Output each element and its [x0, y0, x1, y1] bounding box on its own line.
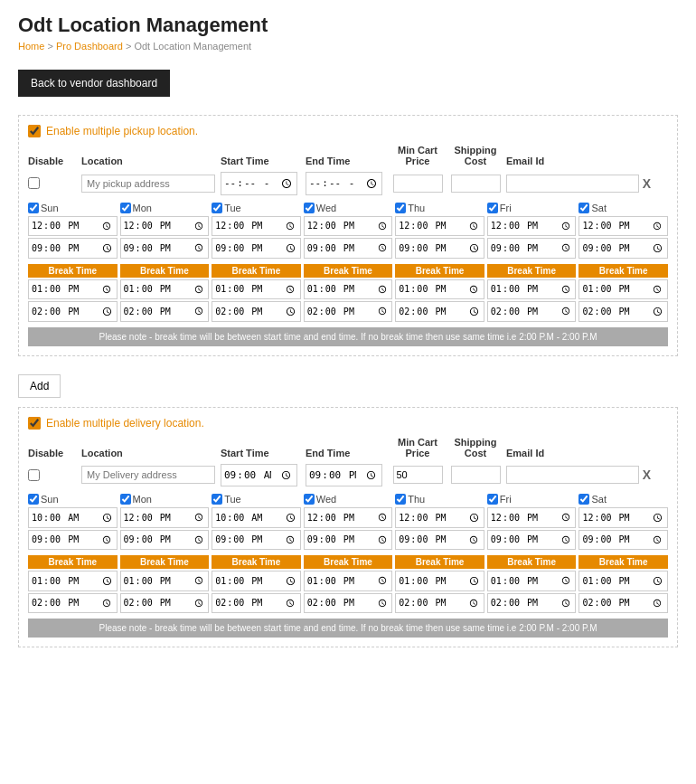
- breadcrumb-pro-dashboard[interactable]: Pro Dashboard: [56, 41, 123, 52]
- day-end-time-tue[interactable]: [212, 530, 301, 551]
- break-end-mon[interactable]: [120, 301, 210, 322]
- day-start-time-tue[interactable]: [212, 216, 301, 237]
- break-end-wed[interactable]: [304, 593, 393, 614]
- day-start-time-fri[interactable]: [487, 507, 577, 528]
- break-start-sat[interactable]: [578, 571, 668, 591]
- breadcrumb-home[interactable]: Home: [18, 41, 44, 52]
- day-end-time-wed[interactable]: [304, 238, 393, 259]
- day-end-time-mon[interactable]: [120, 238, 210, 259]
- day-end-time-sat[interactable]: [578, 530, 668, 551]
- delivery-mincart-input[interactable]: [393, 466, 443, 484]
- day-checkbox-sat[interactable]: [578, 203, 589, 213]
- day-checkbox-sun[interactable]: [28, 203, 39, 213]
- break-start-tue[interactable]: [212, 571, 301, 591]
- enable-pickup-checkbox[interactable]: [28, 125, 41, 137]
- day-checkbox-sun[interactable]: [28, 494, 39, 505]
- day-end-time-sun[interactable]: [28, 238, 118, 259]
- day-start-time-sat[interactable]: [578, 216, 668, 237]
- day-end-time-wed[interactable]: [304, 530, 393, 551]
- day-cell-fri: FriBreak Time: [487, 203, 577, 322]
- delivery-location-input[interactable]: [81, 466, 215, 484]
- day-checkbox-wed[interactable]: [304, 494, 315, 505]
- day-start-time-wed[interactable]: [304, 216, 393, 237]
- day-start-time-wed[interactable]: [304, 507, 393, 528]
- day-checkbox-sat[interactable]: [578, 494, 589, 505]
- back-to-vendor-button[interactable]: Back to vendor dashboard: [18, 70, 170, 97]
- day-label-sun: Sun: [41, 494, 59, 505]
- day-cell-mon: MonBreak Time: [120, 203, 210, 322]
- delivery-start-time-input[interactable]: [221, 464, 297, 487]
- break-end-tue[interactable]: [212, 301, 301, 322]
- pickup-start-time-input[interactable]: [221, 172, 297, 195]
- day-end-time-tue[interactable]: [212, 238, 301, 259]
- break-start-sun[interactable]: [28, 279, 118, 300]
- day-end-time-thu[interactable]: [395, 238, 484, 259]
- break-end-sat[interactable]: [578, 593, 668, 614]
- day-checkbox-wed[interactable]: [304, 203, 315, 213]
- break-start-sat[interactable]: [578, 279, 668, 300]
- enable-delivery-checkbox[interactable]: [28, 417, 41, 430]
- delivery-remove-button[interactable]: X: [643, 468, 651, 482]
- day-start-time-sun[interactable]: [28, 507, 118, 528]
- break-start-tue[interactable]: [212, 279, 301, 300]
- day-cell-thu: ThuBreak Time: [395, 494, 484, 613]
- day-end-time-sat[interactable]: [578, 238, 668, 259]
- day-start-time-thu[interactable]: [395, 216, 484, 237]
- day-end-time-fri[interactable]: [487, 238, 577, 259]
- break-start-mon[interactable]: [120, 279, 210, 300]
- day-checkbox-mon[interactable]: [120, 494, 131, 505]
- add-button[interactable]: Add: [18, 374, 61, 398]
- day-checkbox-tue[interactable]: [212, 494, 222, 505]
- day-end-time-sun[interactable]: [28, 530, 118, 551]
- day-checkbox-fri[interactable]: [487, 203, 498, 213]
- delivery-end-time-input[interactable]: [306, 464, 382, 487]
- break-start-sun[interactable]: [28, 571, 118, 591]
- day-start-time-fri[interactable]: [487, 216, 577, 237]
- break-start-fri[interactable]: [487, 571, 577, 591]
- day-cell-wed: WedBreak Time: [304, 494, 393, 613]
- break-end-wed[interactable]: [304, 301, 393, 322]
- day-start-time-tue[interactable]: [212, 507, 301, 528]
- day-end-time-mon[interactable]: [120, 530, 210, 551]
- delivery-email-input[interactable]: [506, 466, 639, 484]
- pickup-disable-checkbox[interactable]: [28, 177, 40, 189]
- break-end-tue[interactable]: [212, 593, 301, 614]
- day-start-time-sat[interactable]: [578, 507, 668, 528]
- pickup-email-input[interactable]: [506, 175, 639, 193]
- day-start-time-thu[interactable]: [395, 507, 484, 528]
- break-end-thu[interactable]: [395, 593, 484, 614]
- break-end-fri[interactable]: [487, 593, 577, 614]
- day-end-time-fri[interactable]: [487, 530, 577, 551]
- pickup-end-time-input[interactable]: [306, 172, 382, 195]
- delivery-shipping-input[interactable]: [451, 466, 501, 484]
- break-start-thu[interactable]: [395, 279, 484, 300]
- day-checkbox-tue[interactable]: [212, 203, 222, 213]
- break-end-sat[interactable]: [578, 301, 668, 322]
- break-end-thu[interactable]: [395, 301, 484, 322]
- day-start-time-mon[interactable]: [120, 216, 210, 237]
- day-end-time-thu[interactable]: [395, 530, 484, 551]
- break-start-wed[interactable]: [304, 279, 393, 300]
- pickup-location-input[interactable]: [81, 175, 215, 193]
- day-checkbox-mon[interactable]: [120, 203, 131, 213]
- day-checkbox-fri[interactable]: [487, 494, 498, 505]
- break-end-sun[interactable]: [28, 593, 118, 614]
- pickup-shipping-input[interactable]: [451, 175, 501, 193]
- break-start-wed[interactable]: [304, 571, 393, 591]
- day-label-sun: Sun: [41, 203, 59, 213]
- day-cell-mon: MonBreak Time: [120, 494, 210, 613]
- day-start-time-mon[interactable]: [120, 507, 210, 528]
- day-checkbox-thu[interactable]: [395, 203, 406, 213]
- pickup-mincart-input[interactable]: [393, 175, 443, 193]
- pickup-remove-button[interactable]: X: [643, 176, 651, 191]
- day-start-time-sun[interactable]: [28, 216, 118, 237]
- break-end-sun[interactable]: [28, 301, 118, 322]
- break-start-thu[interactable]: [395, 571, 484, 591]
- delivery-disable-checkbox[interactable]: [28, 469, 40, 481]
- break-end-fri[interactable]: [487, 301, 577, 322]
- delivery-days-grid: SunBreak TimeMonBreak TimeTueBreak TimeW…: [28, 494, 668, 613]
- day-checkbox-thu[interactable]: [395, 494, 406, 505]
- break-start-fri[interactable]: [487, 279, 577, 300]
- break-start-mon[interactable]: [120, 571, 210, 591]
- break-end-mon[interactable]: [120, 593, 210, 614]
